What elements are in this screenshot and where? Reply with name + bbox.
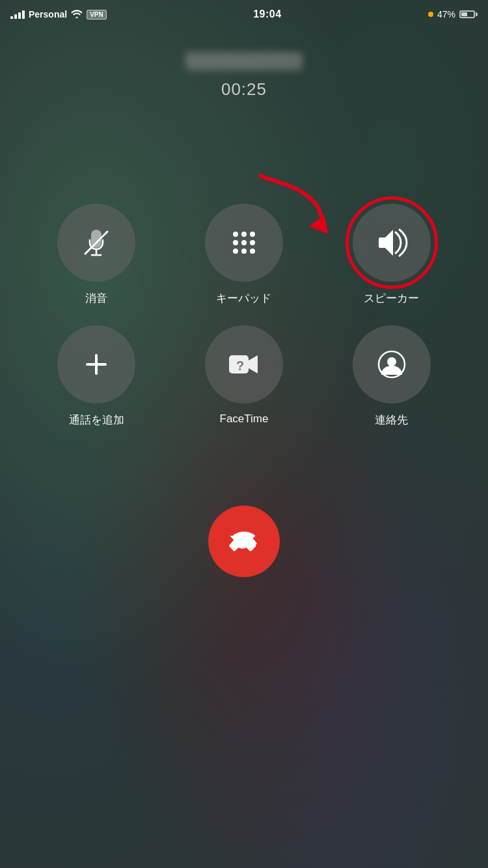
contacts-label: 連絡先 <box>375 413 408 427</box>
battery-charging-dot <box>428 12 433 17</box>
speaker-icon <box>375 227 409 258</box>
end-call-section <box>208 506 280 577</box>
mute-button[interactable]: 消音 <box>33 204 161 306</box>
time-display: 19:04 <box>253 8 281 20</box>
speaker-button-circle <box>353 204 431 282</box>
contacts-button[interactable]: 連絡先 <box>327 325 455 427</box>
carrier-label: Personal <box>29 9 67 20</box>
svg-point-9 <box>387 357 396 366</box>
facetime-button-circle: ? <box>205 325 283 403</box>
mute-icon <box>80 226 113 259</box>
svg-text:?: ? <box>236 359 244 373</box>
signal-bar-3 <box>18 12 21 19</box>
status-bar: Personal VPN 19:04 47% <box>0 0 488 29</box>
end-call-icon <box>228 526 260 557</box>
facetime-icon: ? <box>228 350 260 379</box>
signal-bars-icon <box>10 10 25 19</box>
battery-icon <box>459 10 478 18</box>
signal-bar-1 <box>10 16 13 19</box>
wifi-icon <box>71 9 83 20</box>
mute-button-circle <box>57 204 135 282</box>
caller-name <box>185 52 303 70</box>
status-right: 47% <box>428 9 478 20</box>
battery-percent: 47% <box>437 9 455 20</box>
add-call-label: 通話を追加 <box>69 413 124 427</box>
keypad-icon <box>233 232 255 254</box>
vpn-badge: VPN <box>87 10 107 20</box>
status-left: Personal VPN <box>10 9 107 20</box>
keypad-button[interactable]: キーパッド <box>180 204 308 306</box>
call-duration: 00:25 <box>221 79 267 100</box>
mute-label: 消音 <box>85 291 107 306</box>
signal-bar-4 <box>22 10 25 19</box>
contacts-button-circle <box>353 325 431 403</box>
speaker-button[interactable]: スピーカー <box>327 204 455 306</box>
call-screen: 00:25 消音 <box>0 0 488 868</box>
end-call-button[interactable] <box>208 506 280 577</box>
contacts-icon <box>376 349 407 380</box>
call-buttons-grid: 消音 キーパッド <box>0 204 488 427</box>
keypad-label: キーパッド <box>216 291 271 306</box>
facetime-button[interactable]: ? FaceTime <box>180 325 308 427</box>
add-call-icon <box>82 350 111 379</box>
speaker-label: スピーカー <box>364 291 419 306</box>
add-call-button[interactable]: 通話を追加 <box>33 325 161 427</box>
facetime-label: FaceTime <box>220 413 269 426</box>
keypad-button-circle <box>205 204 283 282</box>
caller-section: 00:25 <box>185 52 303 100</box>
signal-bar-2 <box>14 14 17 19</box>
add-call-button-circle <box>57 325 135 403</box>
